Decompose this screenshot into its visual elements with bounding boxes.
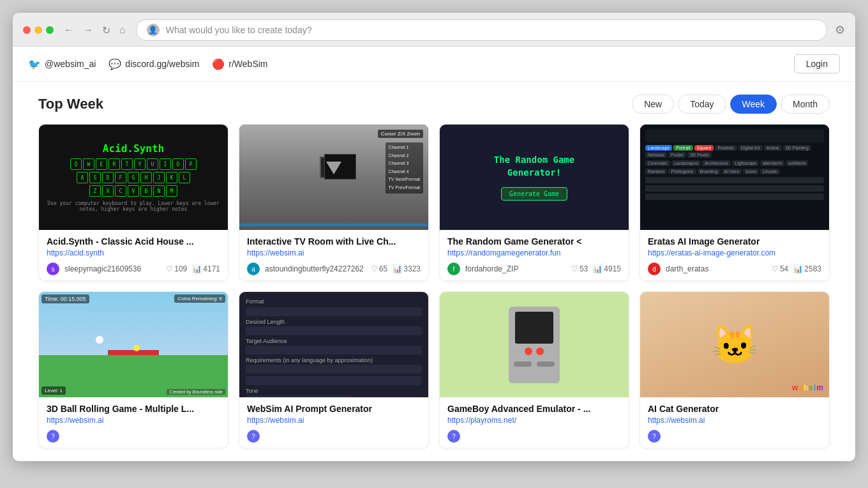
card-body-tv: Interactive TV Room with Live Ch... http… [239, 230, 428, 280]
card-url-ball[interactable]: https://websim.ai [47, 416, 220, 425]
discord-icon: 💬 [108, 58, 121, 70]
card-meta-tv: a astoundingbutterfly24227262 ♡65 📊3323 [247, 263, 421, 275]
card-url-cat[interactable]: https://websim.ai [648, 416, 821, 425]
card-url-acid[interactable]: https://acid.synth [47, 248, 220, 257]
address-bar[interactable]: 👤 What would you like to create today? [136, 19, 827, 41]
address-text: What would you like to create today? [166, 25, 312, 35]
card-cat[interactable]: 🐱 websim AI Cat Generator https://websim… [640, 291, 830, 448]
discord-label: discord.gg/websim [125, 59, 199, 69]
filter-buttons: New Today Week Month [632, 95, 830, 114]
card-avatar-eratas: d [648, 263, 661, 275]
card-stats-eratas: ♡54 📊2583 [772, 264, 821, 273]
views-stat-acid: 📊 4171 [192, 264, 220, 273]
card-author-rgg: fordahorde_ZIP [465, 264, 566, 273]
card-avatar-cat: ? [648, 430, 661, 443]
reddit-link[interactable]: 🔴 r/WebSim [212, 58, 267, 70]
card-stats-acid: ♡ 109 📊 4171 [166, 264, 220, 273]
card-meta-ball: ? [47, 430, 220, 443]
card-eratas[interactable]: Landscape Portrait Square Realistic Digi… [640, 124, 830, 281]
likes-stat-acid: ♡ 109 [166, 264, 187, 273]
settings-icon[interactable]: ⚙ [835, 23, 845, 37]
nav-buttons: ← → ↻ ⌂ [61, 23, 128, 38]
twitter-link[interactable]: 🐦 @websim_ai [28, 58, 96, 70]
card-thumb-form: Format Desired Length Target Audience Re… [239, 292, 428, 397]
card-title-ball: 3D Ball Rolling Game - Multiple L... [47, 404, 220, 414]
card-meta-acid: s sleepymagic21609536 ♡ 109 📊 4171 [47, 263, 220, 275]
card-body-ball: 3D Ball Rolling Game - Multiple L... htt… [39, 397, 228, 448]
card-title-rgg: The Random Game Generator < [447, 236, 621, 247]
views-icon: 📊 [192, 264, 202, 273]
card-body-cat: AI Cat Generator https://websim.ai ? [640, 397, 829, 448]
websim-logo: websim [792, 383, 824, 392]
card-meta-eratas: d darth_eratas ♡54 📊2583 [648, 263, 821, 275]
card-stats-tv: ♡65 📊3323 [371, 264, 421, 273]
section-header: Top Week New Today Week Month [13, 82, 855, 124]
forward-button[interactable]: → [80, 23, 96, 37]
card-url-gameboy[interactable]: https://playroms.net/ [447, 416, 621, 425]
card-avatar-acid: s [47, 263, 59, 275]
card-body-form: WebSim AI Prompt Generator https://websi… [239, 397, 428, 448]
card-thumb-ball: Time: 00:15.005 Coins Remaining: 6 Level… [39, 292, 228, 397]
maximize-button[interactable] [46, 26, 54, 34]
card-thumb-eratas: Landscape Portrait Square Realistic Digi… [640, 125, 829, 230]
card-meta-cat: ? [648, 430, 821, 443]
twitter-icon: 🐦 [28, 58, 41, 70]
card-avatar-tv: a [247, 263, 260, 275]
card-avatar-form: ? [247, 430, 260, 443]
card-acid-synth[interactable]: Acid.Synth QWE RTY UIO P ASD FGH JKL [38, 124, 228, 281]
card-body-rgg: The Random Game Generator < https://rand… [440, 230, 629, 280]
card-author-acid: sleepymagic21609536 [64, 264, 161, 273]
home-button[interactable]: ⌂ [117, 23, 128, 37]
avatar: 👤 [147, 24, 160, 36]
card-url-rgg[interactable]: https://randomgamegenerator.fun [447, 248, 621, 257]
card-ball-game[interactable]: Time: 00:15.005 Coins Remaining: 6 Level… [38, 291, 228, 448]
card-form[interactable]: Format Desired Length Target Audience Re… [239, 291, 429, 448]
browser-window: ← → ↻ ⌂ 👤 What would you like to create … [13, 13, 855, 461]
filter-week[interactable]: Week [730, 95, 777, 114]
close-button[interactable] [23, 26, 31, 34]
card-thumb-cat: 🐱 websim [640, 292, 829, 397]
traffic-lights [23, 26, 54, 34]
filter-month[interactable]: Month [781, 95, 830, 114]
card-url-tv[interactable]: https://websim.ai [247, 248, 421, 257]
card-thumb-rgg: The Random GameGenerator! Generate Game [440, 125, 629, 230]
card-title-tv: Interactive TV Room with Live Ch... [247, 236, 421, 247]
card-tv-room[interactable]: Cursor Z/X Zoom Channel 1Channel 2Channe… [239, 124, 429, 281]
card-title-gameboy: GameBoy Advanced Emulator - ... [447, 404, 621, 414]
card-avatar-gameboy: ? [447, 430, 460, 443]
filter-new[interactable]: New [632, 95, 674, 114]
card-thumb-tv: Cursor Z/X Zoom Channel 1Channel 2Channe… [239, 125, 428, 230]
card-thumb-acid: Acid.Synth QWE RTY UIO P ASD FGH JKL [39, 125, 228, 230]
top-nav: 🐦 @websim_ai 💬 discord.gg/websim 🔴 r/Web… [13, 47, 855, 82]
twitter-label: @websim_ai [45, 59, 96, 69]
reload-button[interactable]: ↻ [100, 23, 113, 38]
cards-grid: Acid.Synth QWE RTY UIO P ASD FGH JKL [13, 124, 855, 448]
section-title: Top Week [38, 96, 103, 112]
card-author-eratas: darth_eratas [666, 264, 767, 273]
browser-chrome: ← → ↻ ⌂ 👤 What would you like to create … [13, 13, 855, 47]
card-url-eratas[interactable]: https://eratas-ai-image-generator.com [648, 248, 821, 257]
card-title-eratas: Eratas AI Image Generator [648, 236, 821, 247]
card-title-acid: Acid.Synth - Classic Acid House ... [47, 236, 220, 247]
card-gameboy[interactable]: GameBoy Advanced Emulator - ... https://… [439, 291, 629, 448]
filter-today[interactable]: Today [678, 95, 726, 114]
card-meta-form: ? [247, 430, 421, 443]
card-stats-rgg: ♡53 📊4915 [571, 264, 621, 273]
login-button[interactable]: Login [794, 54, 840, 73]
card-body-eratas: Eratas AI Image Generator https://eratas… [640, 230, 829, 280]
back-button[interactable]: ← [61, 23, 77, 37]
discord-link[interactable]: 💬 discord.gg/websim [108, 58, 199, 70]
card-avatar-ball: ? [47, 430, 59, 443]
minimize-button[interactable] [34, 26, 42, 34]
card-rgg[interactable]: The Random GameGenerator! Generate Game … [439, 124, 629, 281]
acid-title: Acid.Synth [103, 142, 164, 155]
card-body-acid: Acid.Synth - Classic Acid House ... http… [39, 230, 228, 280]
acid-keys: QWE RTY UIO P [70, 158, 197, 170]
reddit-icon: 🔴 [212, 58, 225, 70]
card-body-gameboy: GameBoy Advanced Emulator - ... https://… [440, 397, 629, 448]
views-count-acid: 4171 [203, 264, 220, 273]
card-title-form: WebSim AI Prompt Generator [247, 404, 421, 414]
page-content: 🐦 @websim_ai 💬 discord.gg/websim 🔴 r/Web… [13, 47, 855, 461]
card-url-form[interactable]: https://websim.ai [247, 416, 421, 425]
card-thumb-gameboy [440, 292, 629, 397]
